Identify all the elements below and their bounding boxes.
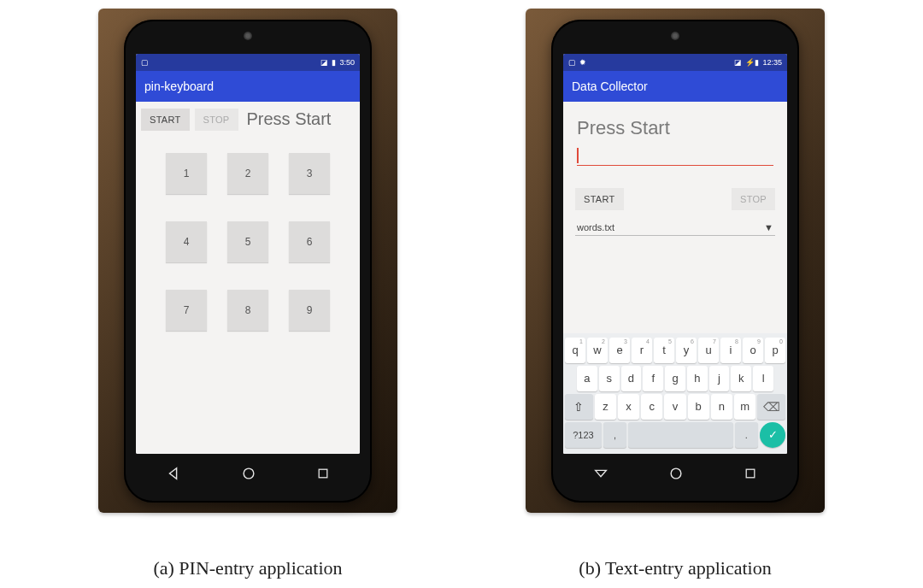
android-nav-a <box>136 460 360 491</box>
status-time-b: 12:35 <box>762 58 782 67</box>
key-s[interactable]: s <box>599 366 620 391</box>
symbols-key[interactable]: ?123 <box>565 422 602 448</box>
figure-pair: ▢ ◪ ▮ 3:50 pin-keyboard START <box>0 0 923 588</box>
app-title-b: Data Collector <box>572 79 648 93</box>
pin-key-2[interactable]: 2 <box>227 153 268 194</box>
stop-button-b[interactable]: STOP <box>732 188 775 210</box>
pin-key-4[interactable]: 4 <box>166 221 207 262</box>
key-hint: 8 <box>735 338 738 344</box>
key-g[interactable]: g <box>665 366 685 391</box>
key-p[interactable]: p0 <box>765 338 785 363</box>
key-h[interactable]: h <box>687 366 708 391</box>
pin-key-1[interactable]: 1 <box>166 153 207 194</box>
spinner-value: words.txt <box>577 222 614 232</box>
pin-key-3[interactable]: 3 <box>289 153 330 194</box>
comma-key[interactable]: , <box>603 422 627 448</box>
file-spinner[interactable]: words.txt ▼ <box>575 219 775 236</box>
key-n[interactable]: n <box>711 394 732 420</box>
shift-icon: ⇧ <box>573 400 584 414</box>
app-bar-a: pin-keyboard <box>136 71 360 102</box>
key-f[interactable]: f <box>643 366 663 391</box>
phone-frame-b: ▢ ✹ ◪ ⚡▮ 12:35 Data Collector Press Star… <box>551 20 799 503</box>
check-icon: ✓ <box>768 428 778 441</box>
text-caret <box>577 148 579 163</box>
keyboard-row-3: ⇧ zxcvbnm ⌫ <box>565 394 785 420</box>
phone-speaker-a <box>244 32 252 40</box>
key-hint: 1 <box>579 338 583 344</box>
phone-screen-b: ▢ ✹ ◪ ⚡▮ 12:35 Data Collector Press Star… <box>563 54 787 454</box>
pin-key-7[interactable]: 7 <box>166 290 207 331</box>
nav-recents-icon[interactable] <box>316 467 330 484</box>
shift-key[interactable]: ⇧ <box>565 394 593 420</box>
key-w[interactable]: w2 <box>587 338 608 363</box>
keyboard-row-2: asdfghjkl <box>565 366 785 391</box>
phone-speaker-b <box>671 32 679 40</box>
key-b[interactable]: b <box>688 394 709 420</box>
status-time-a: 3:50 <box>339 58 355 67</box>
keyboard-row-4: ?123 , . ✓ <box>565 422 785 448</box>
key-u[interactable]: u7 <box>698 338 719 363</box>
status-debug-icon: ✹ <box>579 58 586 67</box>
phone-screen-a: ▢ ◪ ▮ 3:50 pin-keyboard START <box>136 54 360 454</box>
pin-keypad: 1 2 3 4 5 6 7 8 9 <box>136 153 360 331</box>
key-hint: 9 <box>757 338 761 344</box>
nav-back-icon[interactable] <box>166 466 181 485</box>
android-nav-b <box>563 460 787 491</box>
prompt-label-a: Press Start <box>247 109 332 129</box>
photo-background-a: ▢ ◪ ▮ 3:50 pin-keyboard START <box>98 9 397 513</box>
space-key[interactable] <box>628 422 732 448</box>
caption-a: (a) PIN-entry application <box>68 557 427 579</box>
key-y[interactable]: y6 <box>676 338 697 363</box>
nav-home-icon-b[interactable] <box>668 466 684 485</box>
key-k[interactable]: k <box>731 366 751 391</box>
key-hint: 7 <box>713 338 716 344</box>
key-r[interactable]: r4 <box>632 338 652 363</box>
key-hint: 0 <box>779 338 783 344</box>
enter-key[interactable]: ✓ <box>760 422 785 448</box>
svg-point-0 <box>244 468 254 479</box>
network-icon-b: ◪ <box>734 58 742 67</box>
nav-recents-icon-b[interactable] <box>744 467 757 484</box>
pin-key-9[interactable]: 9 <box>289 290 330 331</box>
key-a[interactable]: a <box>577 366 597 391</box>
start-button-b[interactable]: START <box>575 188 624 210</box>
prompt-label-b: Press Start <box>563 102 787 143</box>
svg-point-2 <box>671 468 681 479</box>
pin-key-8[interactable]: 8 <box>227 290 268 331</box>
period-key[interactable]: . <box>735 422 759 448</box>
text-input[interactable] <box>577 146 773 166</box>
key-v[interactable]: v <box>664 394 685 420</box>
key-e[interactable]: e3 <box>609 338 630 363</box>
key-i[interactable]: i8 <box>720 338 741 363</box>
svg-rect-1 <box>319 469 327 478</box>
nav-hide-keyboard-icon[interactable] <box>593 466 608 485</box>
key-o[interactable]: o9 <box>743 338 763 363</box>
key-hint: 2 <box>602 338 605 344</box>
key-hint: 5 <box>668 338 672 344</box>
backspace-key[interactable]: ⌫ <box>757 394 785 420</box>
key-z[interactable]: z <box>595 394 616 420</box>
key-m[interactable]: m <box>734 394 755 420</box>
svg-rect-3 <box>746 469 755 478</box>
key-t[interactable]: t5 <box>654 338 674 363</box>
pin-key-5[interactable]: 5 <box>227 221 268 262</box>
key-c[interactable]: c <box>641 394 662 420</box>
key-hint: 3 <box>624 338 627 344</box>
key-q[interactable]: q1 <box>565 338 585 363</box>
pin-content: START STOP Press Start 1 2 3 4 5 6 <box>136 102 360 454</box>
nav-home-icon[interactable] <box>241 466 256 485</box>
key-d[interactable]: d <box>621 366 642 391</box>
key-x[interactable]: x <box>618 394 639 420</box>
key-j[interactable]: j <box>709 366 730 391</box>
chevron-down-icon: ▼ <box>764 222 773 232</box>
status-app-icon: ▢ <box>141 58 149 67</box>
figure-a: ▢ ◪ ▮ 3:50 pin-keyboard START <box>98 9 397 513</box>
keyboard-row-1: q1w2e3r4t5y6u7i8o9p0 <box>565 338 785 363</box>
app-bar-b: Data Collector <box>563 71 787 102</box>
captions: (a) PIN-entry application (b) Text-entry… <box>0 549 923 588</box>
start-button[interactable]: START <box>141 109 190 131</box>
key-hint: 4 <box>646 338 650 344</box>
pin-key-6[interactable]: 6 <box>289 221 330 262</box>
stop-button[interactable]: STOP <box>195 109 238 131</box>
key-l[interactable]: l <box>753 366 773 391</box>
